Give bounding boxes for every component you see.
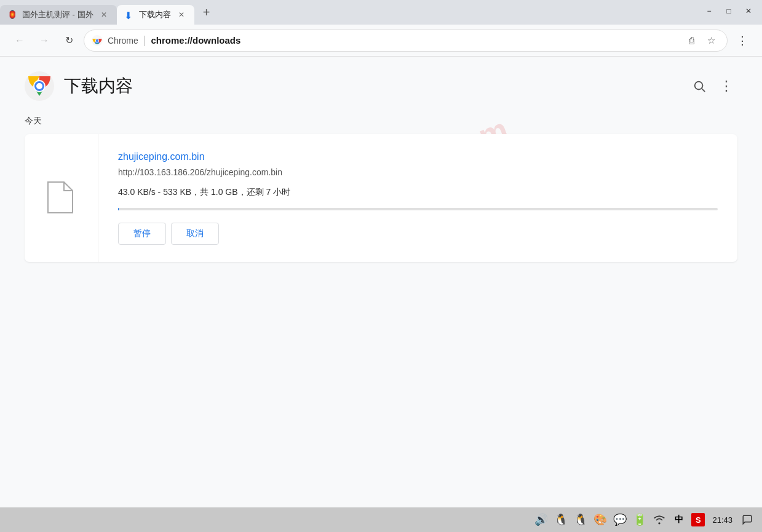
wifi-svg (653, 515, 665, 525)
download-url: http://103.163.186.206/zhujiceping.com.b… (118, 167, 718, 177)
url-bar[interactable]: Chrome | chrome://downloads ⎙ ☆ (84, 30, 728, 52)
search-button[interactable] (688, 75, 710, 97)
svg-point-7 (695, 82, 703, 90)
svg-point-2 (96, 39, 99, 42)
download-filename[interactable]: zhujiceping.com.bin (118, 151, 718, 162)
close-button[interactable]: ✕ (740, 2, 757, 20)
downloads-header: 下载内容 ⋮ (0, 57, 762, 111)
tab-active[interactable]: ⬇ 下载内容 ✕ (117, 5, 194, 25)
section-today-label: 今天 (0, 111, 762, 134)
address-bar: ← → ↻ Chrome | chrome://downloads ⎙ ☆ ⋮ (0, 25, 762, 57)
pause-button[interactable]: 暂停 (118, 223, 166, 245)
page-content: zhujiceping.com 下载内容 (0, 57, 762, 507)
wifi-icon[interactable] (652, 512, 667, 527)
maximize-button[interactable]: □ (720, 2, 737, 20)
page-title: 下载内容 (64, 74, 133, 98)
download-actions: 暂停 取消 (118, 223, 718, 245)
chat-icon (742, 514, 753, 525)
forward-button[interactable]: → (34, 31, 54, 50)
download-card: zhujiceping.com.bin http://103.163.186.2… (25, 134, 737, 262)
qq-icon-1[interactable]: 🐧 (554, 512, 568, 527)
tab-title-2: 下载内容 (139, 9, 171, 20)
file-svg (47, 181, 74, 214)
svg-point-6 (36, 83, 42, 89)
reload-button[interactable]: ↻ (59, 31, 79, 50)
cancel-button[interactable]: 取消 (171, 223, 219, 245)
header-icons: ⋮ (688, 75, 737, 97)
tab-strip: 🏮 国外主机测评 - 国外 ✕ ⬇ 下载内容 ✕ + (0, 0, 696, 25)
tab-title-1: 国外主机测评 - 国外 (22, 9, 93, 20)
sound-icon[interactable]: 🔊 (534, 512, 549, 527)
url-label: Chrome (108, 36, 138, 46)
search-icon (693, 79, 706, 93)
download-speed-info: 43.0 KB/s - 533 KB，共 1.0 GB，还剩 7 小时 (118, 187, 718, 198)
browser-menu-button[interactable]: ⋮ (732, 31, 752, 50)
lang-icon[interactable]: 中 (672, 512, 686, 527)
url-divider: | (143, 34, 146, 47)
tab-close-2[interactable]: ✕ (176, 9, 187, 20)
tab-favicon-2: ⬇ (124, 10, 134, 20)
tab-close-1[interactable]: ✕ (98, 9, 109, 20)
downloads-title-area: 下载内容 (25, 71, 133, 101)
chrome-icon (92, 35, 103, 46)
tab-favicon-1: 🏮 (7, 10, 17, 20)
back-button[interactable]: ← (10, 31, 30, 50)
new-tab-button[interactable]: + (197, 2, 216, 22)
file-icon-area (25, 134, 98, 262)
share-button[interactable]: ⎙ (683, 32, 700, 49)
taskbar: 🔊 🐧 🐧 🎨 💬 🔋 中 S 21:43 (0, 507, 762, 532)
wechat-icon[interactable]: 💬 (613, 512, 627, 527)
url-path: chrome://downloads (151, 35, 675, 46)
svg-line-8 (702, 89, 705, 92)
file-icon (47, 181, 76, 215)
battery-icon[interactable]: 🔋 (632, 512, 647, 527)
chrome-logo (25, 71, 54, 101)
tab-inactive[interactable]: 🏮 国外主机测评 - 国外 ✕ (0, 5, 117, 25)
taskbar-time: 21:43 (710, 515, 735, 525)
download-info: zhujiceping.com.bin http://103.163.186.2… (98, 134, 737, 262)
more-options-button[interactable]: ⋮ (715, 75, 737, 97)
window-controls: − □ ✕ (696, 2, 762, 20)
notification-icon[interactable] (740, 512, 755, 527)
qq-icon-2[interactable]: 🐧 (573, 512, 588, 527)
url-actions: ⎙ ☆ (683, 32, 720, 49)
minimize-button[interactable]: − (700, 2, 718, 20)
sogou-icon[interactable]: S (691, 513, 705, 526)
bookmark-button[interactable]: ☆ (702, 32, 720, 49)
pixel-icon[interactable]: 🎨 (593, 512, 608, 527)
title-bar: 🏮 国外主机测评 - 国外 ✕ ⬇ 下载内容 ✕ + − □ ✕ (0, 0, 762, 25)
progress-bar (118, 208, 718, 210)
